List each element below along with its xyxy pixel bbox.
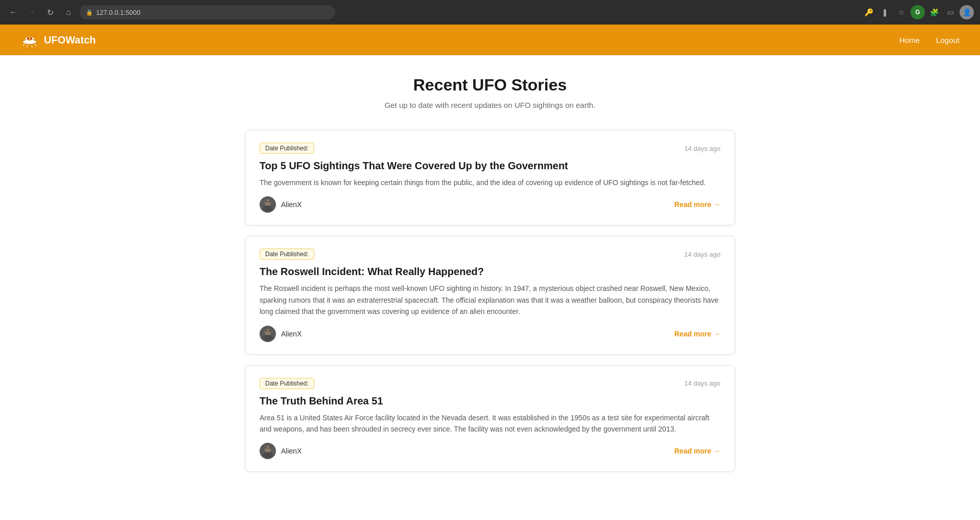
svg-point-23: [265, 446, 271, 453]
page-title: Recent UFO Stories: [10, 76, 970, 95]
page-header: Recent UFO Stories Get up to date with r…: [10, 76, 970, 109]
svg-point-14: [269, 201, 270, 203]
back-button[interactable]: ←: [6, 5, 20, 19]
share-icon-btn[interactable]: ❚: [878, 5, 892, 19]
author: AlienX: [260, 196, 301, 213]
svg-point-21: [263, 335, 273, 341]
navbar-links: Home Logout: [899, 36, 960, 44]
read-more-link[interactable]: Read more →: [674, 330, 720, 338]
svg-point-4: [28, 37, 29, 39]
svg-line-8: [32, 45, 32, 48]
story-card: Date Published: 14 days ago Top 5 UFO Si…: [245, 130, 735, 225]
story-title: The Truth Behind Area 51: [260, 395, 720, 407]
svg-line-7: [27, 45, 28, 48]
svg-point-15: [263, 206, 273, 212]
url-text: 127.0.0.1:5000: [96, 9, 141, 16]
stories-container: Date Published: 14 days ago Top 5 UFO Si…: [245, 130, 735, 472]
reload-button[interactable]: ↻: [43, 5, 57, 19]
address-bar[interactable]: 🔒 127.0.0.1:5000: [80, 5, 335, 19]
svg-point-25: [266, 447, 267, 449]
cast-icon-btn[interactable]: ▭: [943, 5, 958, 19]
svg-point-13: [266, 201, 267, 203]
svg-point-26: [269, 447, 270, 449]
story-card: Date Published: 14 days ago The Truth Be…: [245, 365, 735, 472]
date-badge: Date Published:: [260, 248, 314, 260]
profile-avatar-btn[interactable]: 👤: [960, 5, 974, 19]
time-ago: 14 days ago: [684, 379, 720, 387]
svg-point-27: [263, 452, 273, 458]
story-title: Top 5 UFO Sightings That Were Covered Up…: [260, 160, 720, 172]
card-footer: AlienX Read more →: [260, 326, 720, 342]
card-footer: AlienX Read more →: [260, 196, 720, 213]
forward-button[interactable]: →: [25, 5, 39, 19]
brand-link[interactable]: UFOWatch: [20, 31, 96, 49]
card-footer: AlienX Read more →: [260, 443, 720, 459]
author-avatar: [260, 196, 276, 213]
navbar: UFOWatch Home Logout: [0, 25, 980, 55]
story-card: Date Published: 14 days ago The Roswell …: [245, 236, 735, 354]
home-button[interactable]: ⌂: [61, 5, 76, 19]
author-avatar: [260, 326, 276, 342]
main-content: Recent UFO Stories Get up to date with r…: [0, 55, 980, 520]
g-extension-btn[interactable]: G: [911, 5, 925, 19]
story-excerpt: The Roswell incident is perhaps the most…: [260, 283, 720, 317]
story-excerpt: The government is known for keeping cert…: [260, 177, 720, 188]
card-meta: Date Published: 14 days ago: [260, 248, 720, 260]
nav-home[interactable]: Home: [899, 36, 920, 44]
star-icon-btn[interactable]: ☆: [894, 5, 908, 19]
author-name: AlienX: [281, 200, 301, 209]
browser-actions: 🔑 ❚ ☆ G 🧩 ▭ 👤: [861, 5, 974, 19]
date-badge: Date Published:: [260, 378, 314, 389]
story-title: The Roswell Incident: What Really Happen…: [260, 266, 720, 278]
browser-chrome: ← → ↻ ⌂ 🔒 127.0.0.1:5000 🔑 ❚ ☆ G 🧩 ▭ 👤: [0, 0, 980, 25]
card-meta: Date Published: 14 days ago: [260, 378, 720, 389]
page-subtitle: Get up to date with recent updates on UF…: [10, 101, 970, 109]
read-more-link[interactable]: Read more →: [674, 200, 720, 209]
ufo-logo-icon: [20, 31, 39, 49]
svg-line-9: [35, 44, 36, 46]
read-more-link[interactable]: Read more →: [674, 447, 720, 455]
author-name: AlienX: [281, 447, 301, 455]
key-icon-btn[interactable]: 🔑: [861, 5, 876, 19]
card-meta: Date Published: 14 days ago: [260, 143, 720, 154]
author-avatar: [260, 443, 276, 459]
author: AlienX: [260, 443, 301, 459]
svg-point-20: [269, 330, 270, 332]
nav-logout[interactable]: Logout: [936, 36, 960, 44]
brand-text: UFOWatch: [44, 34, 96, 46]
date-badge: Date Published:: [260, 143, 314, 154]
author-name: AlienX: [281, 330, 301, 338]
svg-line-6: [23, 44, 25, 46]
time-ago: 14 days ago: [684, 251, 720, 258]
author: AlienX: [260, 326, 301, 342]
svg-point-11: [265, 199, 271, 207]
svg-point-5: [31, 37, 32, 39]
svg-point-17: [265, 329, 271, 336]
svg-point-19: [266, 330, 267, 332]
puzzle-icon-btn[interactable]: 🧩: [927, 5, 941, 19]
time-ago: 14 days ago: [684, 145, 720, 152]
story-excerpt: Area 51 is a United States Air Force fac…: [260, 412, 720, 435]
lock-icon: 🔒: [86, 9, 93, 16]
